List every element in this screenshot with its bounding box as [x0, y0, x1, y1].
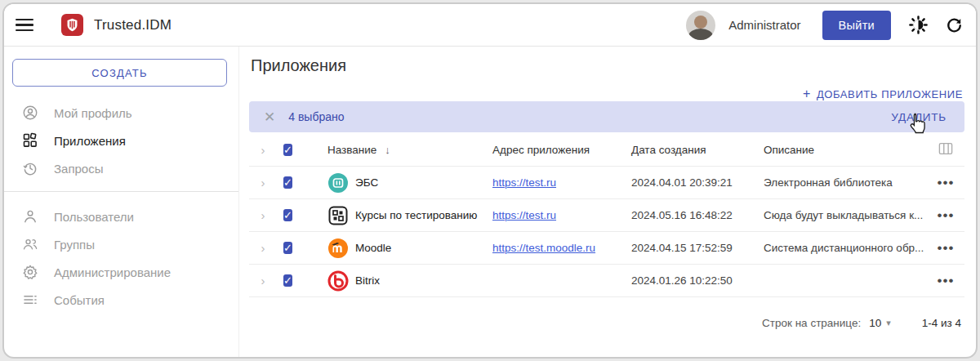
add-application-button[interactable]: + ДОБАВИТЬ ПРИЛОЖЕНИЕ [803, 87, 963, 101]
refresh-icon[interactable] [946, 16, 963, 33]
app-icon [327, 205, 349, 226]
profile-icon [22, 105, 38, 121]
sidebar-item-groups[interactable]: Группы [12, 231, 227, 257]
app-description: Электронная библиотека [764, 176, 927, 189]
pagination: Строк на странице: 10 ▾ 1-4 из 4 [249, 317, 964, 329]
table-row[interactable]: › ✓ ЭБС https://test.ru 2024.04.01 20:39… [249, 167, 964, 199]
app-description: Сюда будут выкладываться к... [764, 209, 927, 221]
row-expand-chevron[interactable]: › [249, 208, 277, 222]
app-url-link[interactable]: https://test.moodle.ru [492, 242, 631, 254]
column-header-created[interactable]: Дата создания [631, 144, 764, 156]
column-header-description[interactable]: Описание [764, 144, 927, 156]
sidebar-item-applications[interactable]: Приложения [12, 127, 227, 154]
row-expand-chevron[interactable]: › [249, 274, 277, 287]
app-icon [327, 270, 349, 292]
trusted-idm-logo-icon [61, 14, 83, 36]
sidebar-item-requests[interactable]: Запросы [12, 155, 227, 181]
main-content: Приложения + ДОБАВИТЬ ПРИЛОЖЕНИЕ ✕ 4 выб… [239, 47, 976, 357]
app-icon [327, 238, 349, 259]
table-header-row: › ✓ Название↓ Адрес приложения Дата созд… [249, 134, 964, 167]
sidebar-item-users[interactable]: Пользователи [12, 203, 227, 230]
rows-per-page-label: Строк на странице: [762, 317, 861, 329]
row-expand-chevron[interactable]: › [249, 241, 277, 255]
row-expand-chevron[interactable]: › [249, 176, 277, 189]
app-window: Trusted.IDM Administrator Выйти СОЗДАТЬ … [2, 2, 978, 359]
page-title: Приложения [251, 56, 964, 75]
applications-table: › ✓ Название↓ Адрес приложения Дата созд… [249, 134, 964, 297]
plus-icon: + [803, 87, 811, 101]
row-checkbox[interactable]: ✓ [283, 176, 292, 189]
gear-icon [22, 264, 38, 280]
group-icon [22, 236, 38, 252]
apps-icon [22, 132, 38, 149]
mouse-cursor-pointer [907, 112, 926, 137]
logout-button[interactable]: Выйти [822, 11, 891, 40]
topbar: Trusted.IDM Administrator Выйти [4, 4, 976, 47]
header-expand-chevron[interactable]: › [249, 143, 277, 157]
chevron-down-icon: ▾ [886, 318, 891, 328]
selection-bar: ✕ 4 выбрано УДАЛИТЬ [249, 101, 964, 132]
create-button[interactable]: СОЗДАТЬ [12, 59, 227, 87]
brand-title: Trusted.IDM [94, 17, 172, 33]
row-more-icon[interactable]: ••• [927, 240, 964, 256]
app-name: ЭБС [355, 176, 378, 189]
row-checkbox[interactable]: ✓ [283, 242, 292, 254]
history-icon [22, 160, 38, 176]
app-url-link[interactable]: https://test.ru [492, 209, 631, 221]
app-icon [327, 172, 349, 194]
user-name: Administrator [728, 18, 800, 32]
rows-per-page-select[interactable]: 10 ▾ [869, 317, 891, 329]
brand: Trusted.IDM [61, 14, 172, 36]
app-description: Система дистанционного обр... [764, 242, 927, 254]
app-created-date: 2024.04.01 20:39:21 [631, 176, 764, 189]
sort-descending-icon: ↓ [385, 144, 390, 156]
user-avatar[interactable] [686, 11, 715, 40]
sidebar-divider [4, 191, 238, 192]
row-checkbox[interactable]: ✓ [283, 209, 292, 221]
row-more-icon[interactable]: ••• [927, 175, 964, 191]
pagination-range: 1-4 из 4 [922, 317, 961, 329]
sidebar: СОЗДАТЬ Мой профиль Приложения Запросы П… [4, 47, 239, 357]
app-created-date: 2024.05.16 16:48:22 [631, 209, 764, 221]
table-row[interactable]: › ✓ Bitrix 2024.01.26 10:22:50 ••• [249, 265, 964, 297]
row-more-icon[interactable]: ••• [927, 273, 964, 289]
clear-selection-icon[interactable]: ✕ [264, 109, 275, 126]
menu-icon[interactable] [16, 19, 33, 32]
select-all-checkbox[interactable]: ✓ [283, 144, 292, 156]
app-name: Курсы по тестированию [355, 209, 477, 221]
column-header-name[interactable]: Название↓ [316, 144, 492, 156]
sidebar-item-administration[interactable]: Администрирование [12, 259, 227, 285]
column-settings-icon[interactable] [927, 142, 964, 158]
table-body: › ✓ ЭБС https://test.ru 2024.04.01 20:39… [249, 167, 964, 297]
table-row[interactable]: › ✓ Курсы по тестированию https://test.r… [249, 199, 964, 232]
event-log-icon [22, 292, 38, 308]
app-created-date: 2024.04.15 17:52:59 [631, 242, 764, 254]
user-icon [22, 208, 38, 225]
app-url-link[interactable]: https://test.ru [492, 176, 631, 189]
app-created-date: 2024.01.26 10:22:50 [631, 274, 764, 287]
theme-toggle-icon[interactable] [909, 16, 928, 34]
sidebar-item-events[interactable]: События [12, 287, 227, 313]
table-row[interactable]: › ✓ Moodle https://test.moodle.ru 2024.0… [249, 232, 964, 265]
selection-count: 4 выбрано [288, 110, 344, 123]
row-more-icon[interactable]: ••• [927, 207, 964, 224]
row-checkbox[interactable]: ✓ [283, 274, 292, 287]
sidebar-item-my-profile[interactable]: Мой профиль [12, 100, 227, 126]
app-name: Bitrix [355, 274, 380, 287]
column-header-url[interactable]: Адрес приложения [492, 144, 631, 156]
app-name: Moodle [355, 242, 391, 254]
